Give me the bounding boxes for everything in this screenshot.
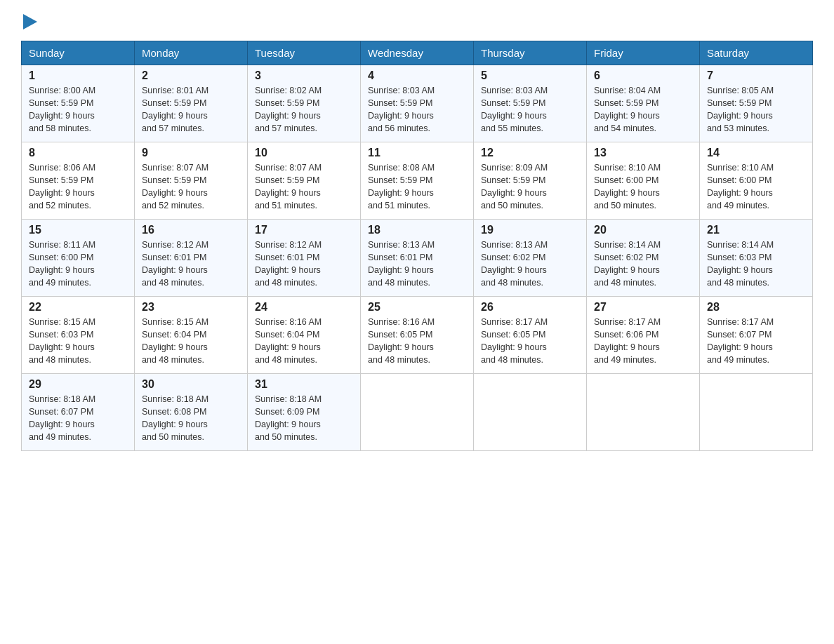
day-number: 27	[594, 301, 692, 314]
day-number: 11	[368, 147, 466, 159]
day-info: Sunrise: 8:09 AMSunset: 5:59 PMDaylight:…	[481, 161, 579, 213]
day-info: Sunrise: 8:05 AMSunset: 5:59 PMDaylight:…	[707, 84, 805, 135]
day-cell: 3Sunrise: 8:02 AMSunset: 5:59 PMDaylight…	[248, 65, 361, 142]
header-cell-monday: Monday	[135, 41, 248, 65]
day-info: Sunrise: 8:14 AMSunset: 6:02 PMDaylight:…	[594, 239, 692, 290]
day-info: Sunrise: 8:13 AMSunset: 6:01 PMDaylight:…	[368, 239, 466, 290]
day-cell: 14Sunrise: 8:10 AMSunset: 6:00 PMDayligh…	[700, 142, 813, 220]
day-number: 20	[594, 224, 692, 236]
day-info: Sunrise: 8:17 AMSunset: 6:05 PMDaylight:…	[481, 316, 579, 367]
day-info: Sunrise: 8:01 AMSunset: 5:59 PMDaylight:…	[142, 84, 240, 135]
day-cell: 15Sunrise: 8:11 AMSunset: 6:00 PMDayligh…	[22, 220, 135, 297]
day-info: Sunrise: 8:18 AMSunset: 6:08 PMDaylight:…	[142, 393, 240, 444]
calendar-body: 1Sunrise: 8:00 AMSunset: 5:59 PMDaylight…	[22, 65, 813, 451]
day-number: 26	[481, 301, 579, 314]
day-cell: 4Sunrise: 8:03 AMSunset: 5:59 PMDaylight…	[361, 65, 474, 142]
svg-marker-0	[23, 14, 37, 29]
day-cell: 29Sunrise: 8:18 AMSunset: 6:07 PMDayligh…	[22, 374, 135, 451]
day-number: 7	[707, 69, 805, 82]
calendar-table: SundayMondayTuesdayWednesdayThursdayFrid…	[21, 41, 813, 451]
day-info: Sunrise: 8:11 AMSunset: 6:00 PMDaylight:…	[29, 239, 127, 290]
day-info: Sunrise: 8:15 AMSunset: 6:03 PMDaylight:…	[29, 316, 127, 367]
header-cell-tuesday: Tuesday	[248, 41, 361, 65]
day-number: 6	[594, 69, 692, 82]
day-info: Sunrise: 8:10 AMSunset: 6:00 PMDaylight:…	[594, 161, 692, 213]
day-cell	[361, 374, 474, 451]
header-cell-sunday: Sunday	[22, 41, 135, 65]
day-number: 12	[481, 147, 579, 159]
page-header	[21, 14, 813, 27]
day-cell: 16Sunrise: 8:12 AMSunset: 6:01 PMDayligh…	[135, 220, 248, 297]
day-number: 10	[255, 147, 353, 159]
day-cell: 20Sunrise: 8:14 AMSunset: 6:02 PMDayligh…	[587, 220, 700, 297]
day-info: Sunrise: 8:03 AMSunset: 5:59 PMDaylight:…	[368, 84, 466, 135]
day-cell: 5Sunrise: 8:03 AMSunset: 5:59 PMDaylight…	[474, 65, 587, 142]
day-number: 4	[368, 69, 466, 82]
header-cell-friday: Friday	[587, 41, 700, 65]
day-number: 9	[142, 147, 240, 159]
day-cell: 18Sunrise: 8:13 AMSunset: 6:01 PMDayligh…	[361, 220, 474, 297]
day-info: Sunrise: 8:16 AMSunset: 6:04 PMDaylight:…	[255, 316, 353, 367]
day-number: 23	[142, 301, 240, 314]
day-cell: 12Sunrise: 8:09 AMSunset: 5:59 PMDayligh…	[474, 142, 587, 220]
day-cell: 7Sunrise: 8:05 AMSunset: 5:59 PMDaylight…	[700, 65, 813, 142]
day-info: Sunrise: 8:14 AMSunset: 6:03 PMDaylight:…	[707, 239, 805, 290]
day-info: Sunrise: 8:15 AMSunset: 6:04 PMDaylight:…	[142, 316, 240, 367]
day-number: 19	[481, 224, 579, 236]
day-number: 14	[707, 147, 805, 159]
day-info: Sunrise: 8:03 AMSunset: 5:59 PMDaylight:…	[481, 84, 579, 135]
week-row-3: 15Sunrise: 8:11 AMSunset: 6:00 PMDayligh…	[22, 220, 813, 297]
logo-arrow-icon	[23, 14, 37, 29]
day-cell: 21Sunrise: 8:14 AMSunset: 6:03 PMDayligh…	[700, 220, 813, 297]
day-info: Sunrise: 8:02 AMSunset: 5:59 PMDaylight:…	[255, 84, 353, 135]
day-number: 28	[707, 301, 805, 314]
week-row-1: 1Sunrise: 8:00 AMSunset: 5:59 PMDaylight…	[22, 65, 813, 142]
day-info: Sunrise: 8:18 AMSunset: 6:07 PMDaylight:…	[29, 393, 127, 444]
day-info: Sunrise: 8:00 AMSunset: 5:59 PMDaylight:…	[29, 84, 127, 135]
day-number: 3	[255, 69, 353, 82]
day-cell: 23Sunrise: 8:15 AMSunset: 6:04 PMDayligh…	[135, 297, 248, 374]
day-cell: 1Sunrise: 8:00 AMSunset: 5:59 PMDaylight…	[22, 65, 135, 142]
day-number: 21	[707, 224, 805, 236]
day-cell: 9Sunrise: 8:07 AMSunset: 5:59 PMDaylight…	[135, 142, 248, 220]
day-number: 16	[142, 224, 240, 236]
day-info: Sunrise: 8:06 AMSunset: 5:59 PMDaylight:…	[29, 161, 127, 213]
day-info: Sunrise: 8:07 AMSunset: 5:59 PMDaylight:…	[255, 161, 353, 213]
header-row: SundayMondayTuesdayWednesdayThursdayFrid…	[22, 41, 813, 65]
day-cell: 11Sunrise: 8:08 AMSunset: 5:59 PMDayligh…	[361, 142, 474, 220]
day-cell: 24Sunrise: 8:16 AMSunset: 6:04 PMDayligh…	[248, 297, 361, 374]
day-cell: 10Sunrise: 8:07 AMSunset: 5:59 PMDayligh…	[248, 142, 361, 220]
day-cell: 31Sunrise: 8:18 AMSunset: 6:09 PMDayligh…	[248, 374, 361, 451]
day-number: 13	[594, 147, 692, 159]
day-cell: 22Sunrise: 8:15 AMSunset: 6:03 PMDayligh…	[22, 297, 135, 374]
day-cell: 26Sunrise: 8:17 AMSunset: 6:05 PMDayligh…	[474, 297, 587, 374]
day-cell: 2Sunrise: 8:01 AMSunset: 5:59 PMDaylight…	[135, 65, 248, 142]
day-cell: 19Sunrise: 8:13 AMSunset: 6:02 PMDayligh…	[474, 220, 587, 297]
day-cell	[587, 374, 700, 451]
day-cell: 27Sunrise: 8:17 AMSunset: 6:06 PMDayligh…	[587, 297, 700, 374]
day-cell: 25Sunrise: 8:16 AMSunset: 6:05 PMDayligh…	[361, 297, 474, 374]
day-number: 25	[368, 301, 466, 314]
logo-text	[21, 14, 39, 29]
day-cell: 8Sunrise: 8:06 AMSunset: 5:59 PMDaylight…	[22, 142, 135, 220]
day-number: 1	[29, 69, 127, 82]
day-number: 15	[29, 224, 127, 236]
day-number: 2	[142, 69, 240, 82]
day-number: 30	[142, 378, 240, 391]
day-cell: 30Sunrise: 8:18 AMSunset: 6:08 PMDayligh…	[135, 374, 248, 451]
day-number: 22	[29, 301, 127, 314]
day-number: 5	[481, 69, 579, 82]
day-number: 24	[255, 301, 353, 314]
day-info: Sunrise: 8:18 AMSunset: 6:09 PMDaylight:…	[255, 393, 353, 444]
header-cell-wednesday: Wednesday	[361, 41, 474, 65]
day-number: 31	[255, 378, 353, 391]
day-cell: 13Sunrise: 8:10 AMSunset: 6:00 PMDayligh…	[587, 142, 700, 220]
day-number: 18	[368, 224, 466, 236]
day-info: Sunrise: 8:12 AMSunset: 6:01 PMDaylight:…	[255, 239, 353, 290]
day-cell	[474, 374, 587, 451]
week-row-2: 8Sunrise: 8:06 AMSunset: 5:59 PMDaylight…	[22, 142, 813, 220]
day-info: Sunrise: 8:08 AMSunset: 5:59 PMDaylight:…	[368, 161, 466, 213]
day-number: 17	[255, 224, 353, 236]
day-cell	[700, 374, 813, 451]
week-row-4: 22Sunrise: 8:15 AMSunset: 6:03 PMDayligh…	[22, 297, 813, 374]
